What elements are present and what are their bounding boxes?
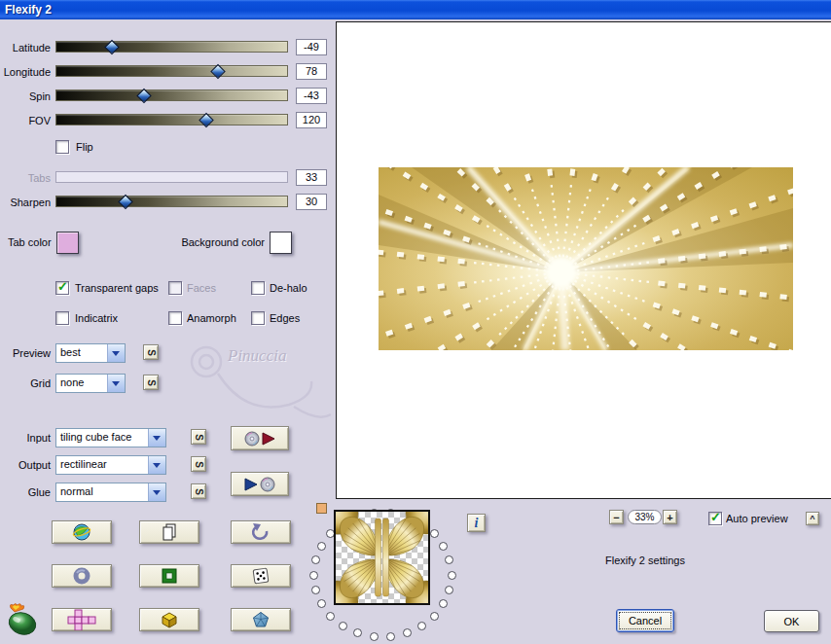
- latitude-row: Latitude -49: [0, 39, 336, 58]
- dial-dot[interactable]: [317, 599, 326, 608]
- dial-dot[interactable]: [339, 622, 347, 630]
- collapse-button[interactable]: ^: [806, 512, 819, 525]
- preview-select-label: Preview: [0, 347, 51, 359]
- longitude-slider-handle[interactable]: [210, 64, 226, 80]
- sharpen-label: Sharpen: [0, 197, 51, 208]
- chevron-down-icon[interactable]: [107, 344, 125, 362]
- preview-select[interactable]: best: [55, 343, 126, 363]
- save-settings-button[interactable]: [231, 472, 289, 496]
- dial-dot[interactable]: [386, 632, 395, 641]
- dial-dot[interactable]: [326, 612, 335, 621]
- indicatrix-checkbox[interactable]: [55, 311, 69, 325]
- zoom-out-button[interactable]: −: [609, 510, 624, 524]
- spin-row: Spin -43: [0, 88, 336, 107]
- dial-dot[interactable]: [430, 529, 439, 538]
- grid-s-button[interactable]: S: [143, 375, 159, 390]
- fov-label: FOV: [0, 115, 51, 126]
- spin-slider-handle[interactable]: [136, 89, 152, 104]
- flip-checkbox[interactable]: [55, 140, 69, 154]
- anamorph-checkbox[interactable]: [168, 311, 182, 325]
- dial-dot[interactable]: [370, 632, 379, 641]
- grid-select[interactable]: none: [55, 374, 126, 393]
- sharpen-slider[interactable]: [55, 196, 288, 207]
- chevron-down-icon[interactable]: [148, 429, 165, 447]
- dial-dot[interactable]: [439, 599, 448, 608]
- dial-dot[interactable]: [403, 628, 412, 637]
- tabs-slider: [55, 171, 288, 183]
- dial-dot[interactable]: [311, 586, 320, 594]
- chevron-down-icon[interactable]: [148, 456, 165, 474]
- dial-dot[interactable]: [353, 628, 362, 637]
- ok-button[interactable]: OK: [764, 610, 819, 632]
- box-button[interactable]: [139, 608, 199, 631]
- latitude-value[interactable]: -49: [296, 39, 327, 55]
- info-icon: i: [475, 516, 479, 531]
- frame-button[interactable]: [139, 564, 199, 588]
- output-select-value: rectilinear: [60, 458, 107, 470]
- flaming-pear-logo[interactable]: [5, 602, 44, 639]
- fov-value[interactable]: 120: [296, 112, 327, 128]
- input-s-button[interactable]: S: [191, 429, 206, 445]
- spin-slider[interactable]: [55, 89, 288, 101]
- undo-button[interactable]: [231, 520, 291, 544]
- de-halo-checkbox[interactable]: [251, 281, 265, 295]
- glue-select[interactable]: normal: [55, 483, 166, 502]
- info-button[interactable]: i: [467, 514, 486, 532]
- dial-dot[interactable]: [445, 586, 453, 594]
- longitude-value[interactable]: 78: [296, 63, 327, 80]
- spin-value[interactable]: -43: [296, 88, 327, 104]
- input-select[interactable]: tiling cube face: [55, 428, 166, 447]
- copy-pages-icon: [160, 522, 179, 542]
- dial-dot[interactable]: [309, 571, 318, 580]
- undo-icon: [251, 522, 271, 542]
- load-settings-button[interactable]: [231, 426, 289, 450]
- chevron-down-icon[interactable]: [107, 375, 125, 392]
- torus-icon: [72, 566, 91, 586]
- globe-button[interactable]: [52, 520, 112, 544]
- fov-slider[interactable]: [55, 114, 288, 125]
- unfold-button[interactable]: [52, 608, 112, 631]
- dice-button[interactable]: [231, 564, 291, 588]
- chevron-down-icon[interactable]: [148, 483, 165, 501]
- longitude-slider[interactable]: [55, 65, 288, 77]
- copy-button[interactable]: [139, 520, 199, 544]
- transparent-gaps-checkbox[interactable]: [55, 281, 69, 295]
- polyhedron-button[interactable]: [231, 608, 291, 631]
- edges-checkbox[interactable]: [251, 311, 265, 325]
- faces-label: Faces: [187, 282, 216, 294]
- dice-icon: [251, 566, 271, 586]
- sharpen-value[interactable]: 30: [296, 194, 327, 210]
- preview-s-button[interactable]: S: [143, 344, 159, 360]
- auto-preview-checkbox[interactable]: [708, 512, 722, 525]
- cancel-button[interactable]: Cancel: [616, 609, 674, 632]
- glue-s-button[interactable]: S: [191, 483, 206, 499]
- output-s-button[interactable]: S: [191, 456, 206, 472]
- tab-color-swatch[interactable]: [56, 232, 79, 254]
- dial-dot[interactable]: [430, 612, 439, 621]
- latitude-slider-handle[interactable]: [104, 40, 120, 55]
- latitude-slider[interactable]: [55, 41, 288, 53]
- spin-label: Spin: [0, 90, 51, 102]
- dial-dot[interactable]: [445, 555, 453, 564]
- preview-canvas[interactable]: [336, 21, 831, 499]
- torus-button[interactable]: [52, 564, 112, 588]
- zoom-in-button[interactable]: +: [663, 510, 677, 524]
- cube-icon: [159, 610, 180, 629]
- output-select[interactable]: rectilinear: [55, 455, 166, 475]
- dial-dot[interactable]: [311, 555, 320, 564]
- dial-dot[interactable]: [317, 542, 326, 551]
- cd-play-red-icon: [243, 431, 276, 447]
- tabs-value[interactable]: 33: [296, 169, 327, 186]
- sharpen-slider-handle[interactable]: [118, 195, 133, 210]
- fov-slider-handle[interactable]: [199, 113, 214, 128]
- background-color-swatch[interactable]: [270, 232, 292, 254]
- input-select-value: tiling cube face: [60, 431, 131, 443]
- tabs-row: Tabs 33: [0, 169, 336, 189]
- window-titlebar[interactable]: Flexify 2: [0, 0, 831, 19]
- latitude-label: Latitude: [0, 42, 51, 54]
- dial-dot[interactable]: [417, 622, 426, 630]
- seed-dial-marker[interactable]: [316, 503, 327, 514]
- dial-dot[interactable]: [448, 571, 456, 580]
- grid-select-label: Grid: [0, 377, 51, 389]
- dial-dot[interactable]: [439, 542, 448, 551]
